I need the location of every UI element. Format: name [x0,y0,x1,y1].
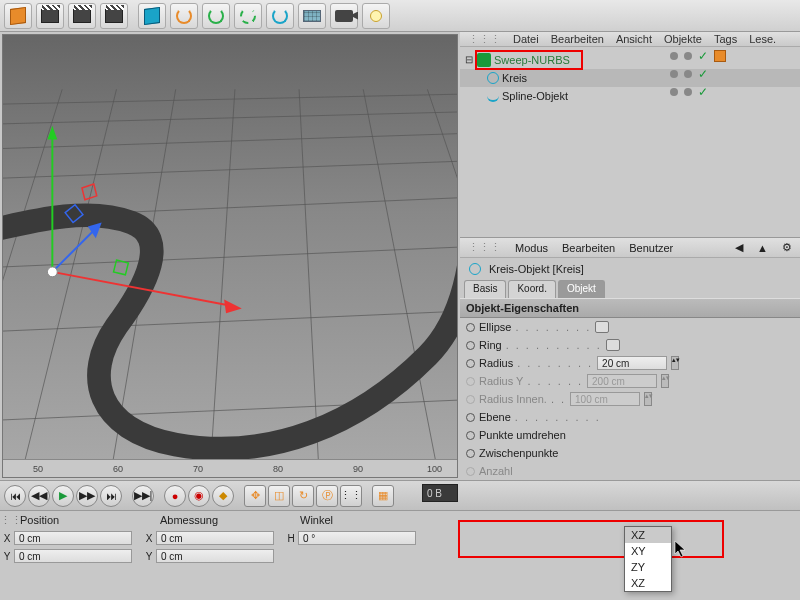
attr-modus[interactable]: Modus [515,242,548,254]
circle-icon [469,263,481,275]
radius-input[interactable]: 20 cm [597,356,667,370]
svg-line-11 [210,89,235,469]
pos-x[interactable]: 0 cm [14,531,132,545]
prop-punkte: Punkte umdrehen [460,426,800,444]
prop-ring: Ring. . . . . . . . . . [460,336,800,354]
attribute-manager: ⋮⋮⋮ Modus Bearbeiten Benutzer ◀▲⚙ Kreis-… [460,238,800,480]
record-button[interactable]: ● [164,485,186,507]
transport-bar: ⏮ ◀◀ ▶ ▶▶ ⏭ ▶▶| ● ◉ ◆ ✥ ◫ ↻ Ⓟ ⋮⋮ ▦ 0 B [0,480,800,510]
camera-tool[interactable] [330,3,358,29]
ruler-tick: 70 [193,464,203,474]
ruler-tick: 50 [33,464,43,474]
menu-objekte[interactable]: Objekte [664,33,702,45]
dim-y[interactable]: 0 cm [156,549,274,563]
prop-ellipse: Ellipse. . . . . . . . [460,318,800,336]
rot-key[interactable]: ↻ [292,485,314,507]
attr-benutzer[interactable]: Benutzer [629,242,673,254]
section-header: Objekt-Eigenschaften [460,298,800,318]
goto-start[interactable]: ⏮ [4,485,26,507]
tree-label: Spline-Objekt [502,90,568,102]
frame-display[interactable]: 0 B [422,484,458,502]
pla-key[interactable]: ⋮⋮ [340,485,362,507]
col-winkel: Winkel [294,514,434,526]
object-tree[interactable]: ⊟ Sweep-NURBS Kreis Spline-Objekt ✓ ✓ ✓ [460,47,800,238]
timeline-ruler[interactable]: 50 60 70 80 90 100 [3,459,457,477]
ruler-tick: 80 [273,464,283,474]
col-abmessung: Abmessung [154,514,294,526]
prop-radiusin: Radius Innen.. .100 cm▴▾ [460,390,800,408]
svg-line-2 [3,134,457,149]
move-key[interactable]: ✥ [244,485,266,507]
svg-line-12 [299,89,319,469]
svg-line-5 [3,247,457,267]
svg-marker-18 [224,300,242,314]
object-manager-menu: ⋮⋮⋮ Datei Bearbeiten Ansicht Objekte Tag… [460,32,800,47]
ruler-tick: 90 [353,464,363,474]
array-swirl[interactable] [234,3,262,29]
attr-bearbeiten[interactable]: Bearbeiten [562,242,615,254]
dim-x[interactable]: 0 cm [156,531,274,545]
cursor-icon [674,540,688,558]
param-key[interactable]: Ⓟ [316,485,338,507]
ruler-tick: 100 [427,464,442,474]
step-fwd[interactable]: ▶▶ [76,485,98,507]
key-button[interactable]: ◆ [212,485,234,507]
menu-ansicht[interactable]: Ansicht [616,33,652,45]
step-back[interactable]: ◀◀ [28,485,50,507]
menu-datei[interactable]: Datei [513,33,539,45]
ellipse-checkbox[interactable] [595,321,609,333]
tree-label: Kreis [502,72,527,84]
deform-swirl[interactable] [266,3,294,29]
ruler-tick: 60 [113,464,123,474]
pos-y[interactable]: 0 cm [14,549,132,563]
tab-objekt[interactable]: Objekt [558,280,605,298]
film1-tool[interactable] [36,3,64,29]
svg-point-21 [47,267,57,277]
tag-icon[interactable] [714,50,726,62]
primitive-cube[interactable] [138,3,166,29]
expand-icon[interactable]: ⊟ [464,55,474,65]
ring-checkbox[interactable] [606,339,620,351]
scale-key[interactable]: ◫ [268,485,290,507]
rot-h[interactable]: 0 ° [298,531,416,545]
nurbs-swirl[interactable] [202,3,230,29]
svg-line-1 [3,112,457,124]
prop-radius: Radius. . . . . . . .20 cm▴▾ [460,354,800,372]
dropdown-option-xz[interactable]: XZ [625,527,671,543]
svg-line-14 [427,89,457,469]
main-toolbar [0,0,800,32]
prop-anzahl: Anzahl [460,462,800,480]
ebene-dropdown[interactable]: XZ XY ZY XZ [624,526,672,592]
menu-tags[interactable]: Tags [714,33,737,45]
prop-zwischen: Zwischenpunkte [460,444,800,462]
spline-swirl[interactable] [170,3,198,29]
film2-tool[interactable] [68,3,96,29]
goto-end[interactable]: ⏭ [100,485,122,507]
tab-basis[interactable]: Basis [464,280,506,298]
dropdown-option-xy[interactable]: XY [625,543,671,559]
viewport[interactable]: 50 60 70 80 90 100 [2,34,458,478]
play-button[interactable]: ▶ [52,485,74,507]
tree-label: Sweep-NURBS [494,54,570,66]
prop-ebene: Ebene. . . . . . . . . [460,408,800,426]
svg-line-19 [52,227,96,271]
menu-lese[interactable]: Lese. [749,33,776,45]
svg-line-6 [3,311,457,331]
floor-tool[interactable] [298,3,326,29]
light-tool[interactable] [362,3,390,29]
circle-icon [487,72,499,84]
cube-tool[interactable] [4,3,32,29]
svg-line-8 [3,89,62,469]
tab-koord[interactable]: Koord. [508,280,555,298]
film3-tool[interactable] [100,3,128,29]
dropdown-option-xz2[interactable]: XZ [625,575,671,591]
next-key[interactable]: ▶▶| [132,485,154,507]
col-position: Position [14,514,154,526]
layout1[interactable]: ▦ [372,485,394,507]
sweep-icon [477,53,491,67]
dropdown-option-zy[interactable]: ZY [625,559,671,575]
spline-icon [487,90,499,102]
menu-bearbeiten[interactable]: Bearbeiten [551,33,604,45]
autokey-button[interactable]: ◉ [188,485,210,507]
attr-title: Kreis-Objekt [Kreis] [489,263,584,275]
